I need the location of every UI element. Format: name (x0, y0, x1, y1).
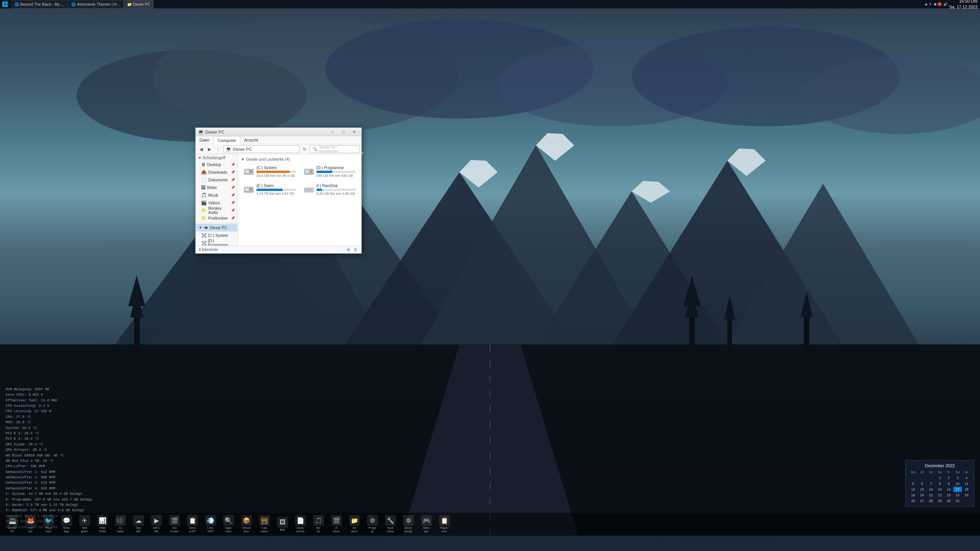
svg-rect-46 (245, 188, 249, 191)
calendar-day[interactable]: 2 (944, 475, 953, 481)
refresh-button[interactable]: ↻ (301, 145, 309, 153)
day-header-sa: Sa (953, 470, 962, 474)
calendar-day[interactable]: 25 (962, 492, 971, 498)
sidebar-item-monkey-audio[interactable]: 📁 Monkey Audio 📌 (196, 207, 237, 214)
mini-app-13[interactable]: 📦Virtual Box (238, 514, 255, 535)
mini-app-15[interactable]: 🖼Bild (274, 514, 291, 535)
drive-i-ramdisk[interactable]: (I:) RamDisk 3,43 GB frei von 3,99 GB (301, 182, 359, 197)
bilder-icon: 🖼 (201, 185, 206, 190)
calendar-day[interactable]: 21 (927, 492, 935, 498)
calendar-day[interactable]: 31 (953, 498, 962, 504)
calendar-day[interactable]: 13 (918, 487, 926, 492)
calendar-day[interactable]: 23 (944, 492, 953, 498)
calendar-day[interactable]: 5 (909, 481, 917, 486)
up-button[interactable]: ↑ (214, 145, 222, 153)
calendar-day[interactable]: 14 (927, 487, 935, 492)
mini-app-24[interactable]: 📋Paper lorb (436, 514, 453, 535)
mini-app-19[interactable]: 📁So deos (346, 514, 363, 535)
mini-app-6[interactable]: 🎼Cu base (112, 514, 129, 535)
calendar-day[interactable]: 28 (927, 498, 935, 504)
list-view-button[interactable]: ☰ (352, 247, 358, 253)
calendar-day[interactable]: 15 (936, 487, 944, 492)
drive-e-daten[interactable]: (E:) Daten 1,24 TB frei von 3,63 TB (241, 182, 299, 197)
svg-point-47 (250, 188, 252, 191)
sidebar-item-musik[interactable]: 🎵 Musik 📌 (196, 191, 237, 199)
search-bar[interactable]: 🔍 "Dieser PC" durchsuchen (310, 145, 360, 153)
calendar-day[interactable]: 7 (927, 481, 935, 486)
windows-start-icon[interactable] (1, 0, 9, 8)
calendar-day[interactable]: 10 (953, 481, 962, 486)
calendar-day[interactable]: 6 (918, 481, 926, 486)
calendar-day[interactable]: 30 (944, 498, 953, 504)
mini-app-7[interactable]: ☁Sky BE (130, 514, 147, 535)
svg-point-43 (310, 170, 312, 173)
sidebar-item-bilder[interactable]: 🖼 Bilder 📌 (196, 184, 237, 191)
calendar-day[interactable]: 27 (918, 498, 926, 504)
drive-c-system[interactable]: (C:) System 23,6 GB frei von 38,4 GB (241, 164, 299, 179)
mini-app-0[interactable]: 💻Dieser PC (4, 514, 21, 535)
mini-app-9[interactable]: 🎬Vid Coder (166, 514, 183, 535)
sidebar-item-desktop[interactable]: 🖥 Desktop 📌 (196, 161, 237, 168)
calendar-day[interactable]: 4 (962, 475, 971, 481)
calendar-day[interactable]: 18 (962, 487, 971, 492)
forward-button[interactable]: ▶ (206, 145, 213, 153)
mini-app-3[interactable]: 💬Whis App (58, 514, 75, 535)
calendar-day[interactable]: 11 (962, 481, 971, 486)
calendar-day[interactable]: 9 (944, 481, 953, 486)
calendar-day[interactable]: 20 (918, 492, 926, 498)
mini-app-label-5: Fbar 2000 (99, 527, 106, 533)
close-button[interactable]: ✕ (349, 129, 359, 135)
calendar-day[interactable]: 12 (909, 487, 917, 492)
mini-app-16[interactable]: 📄Doku mente (292, 514, 309, 535)
mini-app-label-17: Mu sk (316, 527, 320, 533)
mini-app-2[interactable]: 🐦Thun bird (40, 514, 57, 535)
mini-app-21[interactable]: 🔧Syst rante (382, 514, 399, 535)
calendar-day[interactable]: 29 (936, 498, 944, 504)
sidebar-item-downloads[interactable]: 📥 Downloads 📌 (196, 168, 237, 176)
taskbar-item-abonnierte[interactable]: 🌐 Abonnierte Themen | H... (68, 0, 123, 8)
calendar-day[interactable]: 22 (936, 492, 944, 498)
calendar-day[interactable]: 16 (944, 487, 953, 492)
sidebar-item-profilordner[interactable]: 📁 Profilordner 📌 (196, 214, 237, 222)
minimize-button[interactable]: ─ (328, 129, 338, 135)
mini-app-14[interactable]: 🧮Calc ulator (256, 514, 273, 535)
ribbon-tab-computer[interactable]: Computer (214, 136, 240, 144)
sidebar-item-dokumente[interactable]: 📄 Dokumente 📌 (196, 176, 237, 184)
mini-app-5[interactable]: 📊Fbar 2000 (94, 514, 111, 535)
ribbon-tab-datei[interactable]: Datei (196, 136, 214, 144)
mini-app-18[interactable]: 🎬Vi deos (328, 514, 345, 535)
taskbar-item-dieser-pc[interactable]: 📁 Dieser PC (124, 0, 154, 8)
mini-app-10[interactable]: 📋Clbm erXP (184, 514, 201, 535)
mini-app-20[interactable]: ⚙Progr ig (364, 514, 381, 535)
tree-item-dieser-pc[interactable]: ▼ 💻 Dieser PC (196, 224, 237, 231)
calendar-day[interactable]: 26 (909, 498, 917, 504)
calendar-day[interactable]: 19 (909, 492, 917, 498)
info-d-programme: D: Programme: 167.0 GB von 426.7 GB bele… (6, 497, 93, 502)
mini-app-1[interactable]: 🦊Fire fox (22, 514, 39, 535)
svg-rect-38 (245, 170, 249, 173)
calendar-day[interactable]: 17 (953, 487, 962, 492)
maximize-button[interactable]: □ (338, 129, 348, 135)
mini-app-4[interactable]: ✈Tele gram (76, 514, 93, 535)
drive-d-programme[interactable]: (D:) Programme 259 GB frei von 426 GB (301, 164, 359, 179)
mini-app-17[interactable]: 🎵Mu sk (310, 514, 327, 535)
mini-app-23[interactable]: 🎮Gam ign (418, 514, 435, 535)
calendar-day[interactable]: 8 (936, 481, 944, 486)
grid-view-button[interactable]: ⊞ (345, 247, 351, 253)
calendar-day[interactable]: 3 (953, 475, 962, 481)
taskbar-item-beyond-black[interactable]: 🌐 Beyond The Black - My ... (11, 0, 67, 8)
mini-app-22[interactable]: ⚙Einst string (400, 514, 417, 535)
sidebar-item-videos[interactable]: 🎬 Videos 📌 (196, 199, 237, 207)
tree-item-d-programme[interactable]: 💽 (D:) Programme (196, 239, 237, 246)
calendar-day[interactable]: 24 (953, 492, 962, 498)
ribbon-tab-ansicht[interactable]: Ansicht (240, 136, 262, 144)
calendar-day[interactable]: 1 (936, 475, 944, 481)
system-clock[interactable]: 16:50 Uhr Sa. 17.12.2022 (949, 0, 978, 10)
mini-app-11[interactable]: 💨I-fan .NET (202, 514, 219, 535)
mini-app-icon-23: 🎮 (421, 515, 432, 526)
mini-app-8[interactable]: ▶MPC BE (148, 514, 165, 535)
address-path[interactable]: 💻 Dieser PC (223, 145, 299, 153)
tree-item-c-system[interactable]: 💽 (C:) System (196, 231, 237, 239)
mini-app-12[interactable]: 🔍Ggle view (220, 514, 237, 535)
back-button[interactable]: ◀ (197, 145, 205, 153)
